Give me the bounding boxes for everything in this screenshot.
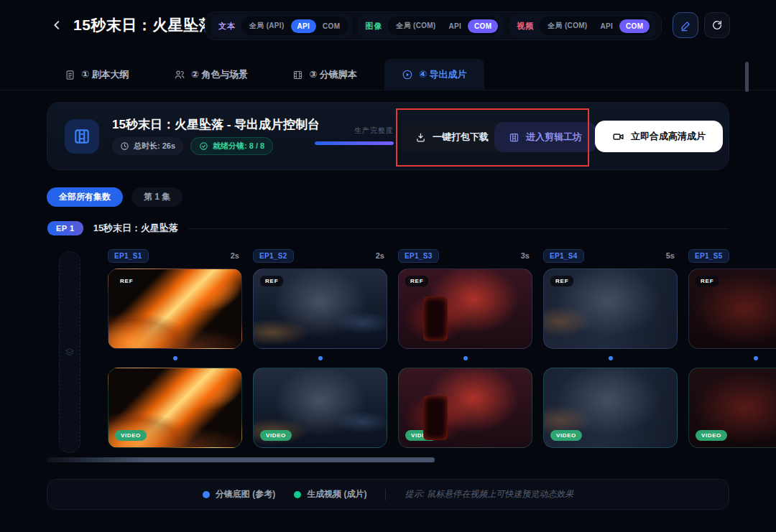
duration-badge-label: 总时长: 26s	[134, 141, 175, 151]
status-dot	[318, 356, 323, 360]
text-model-options: 全局 (API) API COM	[241, 17, 348, 35]
status-dot	[463, 356, 468, 360]
compose-hd-button[interactable]: 立即合成高清成片	[595, 121, 723, 152]
episode-badge: EP 1	[47, 221, 83, 235]
tab-export[interactable]: ④ 导出成片	[384, 59, 484, 90]
tab-label: ④ 导出成片	[419, 68, 467, 81]
package-download-button[interactable]: 一键打包下载	[401, 122, 503, 152]
people-icon	[174, 69, 185, 80]
play-circle-icon	[402, 69, 413, 80]
text-model-group: 文本 全局 (API) API COM	[211, 14, 352, 38]
shot-grid: EP1_S1 2s REF VIDEO EP1_S2 2s REF VIDEO …	[108, 248, 776, 448]
text-model-label: 文本	[218, 21, 236, 32]
image-option-api[interactable]: API	[443, 19, 468, 33]
video-thumbnail[interactable]: VIDEO	[253, 368, 387, 448]
refresh-icon	[711, 19, 723, 31]
chip-episode-1[interactable]: 第 1 集	[131, 187, 183, 207]
model-selector-bar: 文本 全局 (API) API COM 图像 全局 (COM) API COM …	[205, 11, 662, 40]
episode-filter-chips: 全部所有集数 第 1 集	[47, 187, 183, 207]
text-option-com[interactable]: COM	[316, 19, 346, 33]
console-badges: 总时长: 26s 就绪分镜: 8 / 8	[112, 137, 273, 155]
tab-characters-scenes[interactable]: ② 角色与场景	[157, 59, 266, 90]
chevron-left-icon	[50, 19, 63, 32]
video-option-com[interactable]: COM	[619, 19, 650, 33]
text-option-global[interactable]: 全局 (API)	[243, 18, 291, 34]
refresh-button[interactable]	[704, 12, 730, 38]
status-dot	[754, 356, 758, 360]
vertical-scrollbar-thumb[interactable]	[745, 62, 749, 92]
app-header: 15秒末日：火星坠落 文本 全局 (API) API COM 图像 全局 (CO…	[0, 0, 776, 52]
episode-header: EP 1 15秒末日：火星坠落	[47, 221, 729, 235]
image-model-label: 图像	[365, 21, 382, 32]
download-icon	[415, 132, 426, 143]
film-icon	[292, 70, 303, 80]
storyboard-thumbnail[interactable]: REF	[108, 269, 242, 349]
page-title: 15秒末日：火星坠落	[73, 15, 214, 35]
video-model-label: 视频	[517, 21, 534, 32]
video-model-group: 视频 全局 (COM) API COM	[509, 14, 655, 38]
image-model-group: 图像 全局 (COM) API COM	[358, 14, 504, 38]
production-progress: 生产完整度	[315, 126, 394, 145]
video-model-options: 全局 (COM) API COM	[540, 17, 651, 35]
shot-duration: 5s	[666, 251, 678, 260]
check-circle-icon	[199, 141, 208, 151]
back-button[interactable]	[47, 16, 66, 34]
horizontal-scrollbar-thumb[interactable]	[47, 457, 435, 462]
storyboard-thumbnail[interactable]: REF	[253, 269, 387, 349]
legend-bar: 分镜底图 (参考) 生成视频 (成片) 提示: 鼠标悬停在视频上可快速预览动态效…	[47, 479, 729, 510]
edit-button[interactable]	[673, 12, 698, 38]
ref-badge: REF	[550, 276, 573, 286]
video-thumbnail[interactable]: VIDEO	[543, 368, 678, 448]
pencil-icon	[680, 19, 692, 32]
text-option-api[interactable]: API	[291, 19, 317, 33]
shot-id-badge: EP1_S4	[543, 249, 584, 263]
legend-ref-label: 分镜底图 (参考)	[216, 488, 275, 500]
status-dot	[609, 356, 613, 360]
console-title: 15秒末日：火星坠落 - 导出成片控制台	[112, 116, 320, 133]
ref-badge: REF	[115, 276, 138, 286]
storyboard-thumbnail[interactable]: REF	[398, 269, 532, 349]
video-option-global[interactable]: 全局 (COM)	[541, 18, 593, 34]
video-thumbnail[interactable]: VIDEO	[398, 368, 532, 448]
divider-line	[188, 228, 729, 229]
green-dot-icon	[294, 491, 301, 498]
image-option-com[interactable]: COM	[468, 19, 498, 33]
legend-hint: 提示: 鼠标悬停在视频上可快速预览动态效果	[405, 488, 573, 500]
shot-duration: 2s	[231, 251, 242, 260]
progress-track	[315, 141, 394, 145]
storyboard-thumbnail[interactable]: REF	[543, 269, 678, 349]
progress-label: 生产完整度	[315, 126, 394, 136]
enter-editor-button[interactable]: 进入剪辑工坊	[494, 122, 596, 152]
shot-id-badge: EP1_S5	[688, 249, 729, 263]
shot-duration: 3s	[521, 251, 532, 260]
duration-badge: 总时长: 26s	[112, 137, 183, 155]
storyboard-thumbnail[interactable]: REF	[688, 269, 776, 349]
progress-fill	[315, 141, 394, 145]
tab-script-outline[interactable]: ① 剧本大纲	[47, 59, 147, 90]
episode-title: 15秒末日：火星坠落	[93, 222, 178, 235]
tab-storyboard[interactable]: ③ 分镜脚本	[275, 59, 374, 90]
header-actions	[673, 12, 730, 38]
compose-hd-label: 立即合成高清成片	[631, 130, 706, 143]
shot-column-ep1-s3: EP1_S3 3s REF VIDEO	[398, 248, 532, 448]
ref-badge: REF	[696, 276, 719, 286]
tab-label: ① 剧本大纲	[81, 68, 129, 81]
blue-dot-icon	[203, 491, 210, 498]
legend-video-label: 生成视频 (成片)	[307, 488, 366, 500]
document-icon	[65, 70, 75, 80]
video-thumbnail[interactable]: VIDEO	[688, 368, 776, 448]
chip-all-episodes[interactable]: 全部所有集数	[47, 187, 123, 207]
video-thumbnail[interactable]: VIDEO	[108, 368, 242, 448]
shot-id-badge: EP1_S1	[108, 249, 149, 263]
ready-shots-label: 就绪分镜: 8 / 8	[213, 141, 264, 151]
film-reel-icon	[65, 119, 99, 154]
package-download-label: 一键打包下载	[433, 131, 489, 144]
video-badge: VIDEO	[260, 430, 292, 441]
image-model-options: 全局 (COM) API COM	[388, 17, 499, 35]
video-option-api[interactable]: API	[593, 19, 619, 33]
image-option-global[interactable]: 全局 (COM)	[389, 18, 442, 34]
collapse-panel[interactable]	[59, 251, 80, 453]
video-badge: VIDEO	[696, 430, 727, 441]
video-badge: VIDEO	[405, 430, 437, 441]
film-icon	[509, 132, 519, 143]
